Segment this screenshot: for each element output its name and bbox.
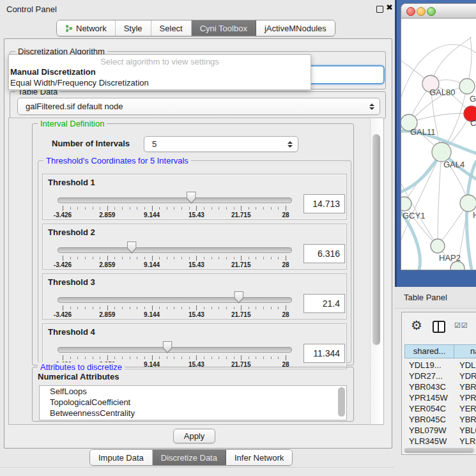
threshold-row-1: Threshold 1-3.4262.8599.14415.4321.71528… [42, 174, 347, 220]
list-item[interactable]: TopologicalCoefficient [40, 397, 346, 408]
top-tab-bar: NetworkStyleSelectCyni ToolboxjActiveMNo… [56, 20, 335, 36]
tick-label: 2.859 [99, 311, 115, 318]
table-row[interactable]: YDR27...YDR2 [404, 371, 476, 381]
settings-scrollbar[interactable] [370, 118, 383, 424]
dropdown-hint: Select algorithm to view settings [9, 55, 311, 66]
table-row[interactable]: YPR145WYPR1 [404, 392, 476, 403]
num-intervals-combo[interactable]: 5 [144, 136, 298, 152]
network-node[interactable] [401, 197, 411, 211]
tab-label: Style [124, 24, 142, 33]
tab-network[interactable]: Network [57, 20, 116, 36]
threshold-value-field[interactable]: 6.316 [303, 244, 345, 263]
scrollbar-thumb[interactable] [372, 134, 380, 345]
slider-handle[interactable] [234, 291, 243, 303]
tab-infer-network[interactable]: Infer Network [226, 450, 292, 465]
network-node[interactable] [431, 239, 445, 253]
table-panel: ⚙ ☑☑ shared... na YDL19...YDL1YDR27...YD… [401, 312, 476, 455]
stepper-arrows-icon [369, 104, 374, 110]
network-canvas[interactable]: GAL80GACGAL11GAL4GCY1HHAP2 [401, 18, 476, 270]
threshold-label: Threshold 4 [48, 327, 95, 337]
gear-icon[interactable]: ⚙ [411, 318, 422, 333]
group-title: Attributes to discretize [38, 362, 125, 372]
network-icon [65, 24, 73, 33]
minimize-traffic-light-icon[interactable] [417, 7, 426, 16]
network-node[interactable] [460, 195, 476, 211]
threshold-value-field[interactable]: 11.344 [303, 344, 345, 363]
checkbox-icons[interactable]: ☑☑ [454, 321, 468, 330]
network-node-label: H [473, 210, 476, 220]
close-icon[interactable]: ✖ [386, 3, 393, 12]
major-tick [241, 355, 242, 360]
table-data-combo[interactable]: galFiltered.sif default node [17, 98, 380, 115]
slider-major-ticks [63, 256, 286, 261]
threshold-label: Threshold 1 [48, 178, 95, 187]
network-edge [431, 37, 472, 84]
tab-select[interactable]: Select [151, 20, 192, 36]
slider-range [63, 341, 286, 354]
tab-cyni-toolbox[interactable]: Cyni Toolbox [192, 20, 256, 36]
list-item[interactable]: SelfLoops [40, 386, 346, 397]
threshold-label: Threshold 3 [48, 277, 95, 287]
interval-definition-group: Interval Definition Number of Intervals … [32, 123, 354, 365]
tab-impute-data[interactable]: Impute Data [90, 450, 153, 465]
tab-style[interactable]: Style [116, 20, 151, 36]
network-node-label: GAL11 [410, 127, 436, 137]
attr-items: SelfLoopsTopologicalCoefficientBetweenne… [40, 386, 346, 418]
slider-handle[interactable] [163, 341, 173, 353]
table-row[interactable]: YDL19...YDL1 [404, 360, 476, 371]
threshold-value-field[interactable]: 21.4 [303, 294, 345, 313]
close-traffic-light-icon[interactable] [406, 7, 415, 16]
tick-label: 15.43 [188, 261, 204, 268]
slider-handle[interactable] [187, 192, 196, 204]
column-header-shared[interactable]: shared... [404, 344, 454, 358]
scrollbar-thumb[interactable] [404, 448, 473, 453]
slider-handle[interactable] [127, 242, 137, 254]
tab-label: jActiveMNodules [265, 24, 326, 33]
table-rows: YDL19...YDL1YDR27...YDR2YBR043CYBR0YPR14… [404, 360, 476, 446]
tick-label: 15.43 [188, 211, 204, 219]
table-row[interactable]: YBR043CYBR0 [404, 381, 476, 392]
network-view-window[interactable]: GAL80GACGAL11GAL4GCY1HHAP2 [401, 3, 476, 270]
tab-label: Cyni Toolbox [200, 24, 247, 33]
threshold-rows: Threshold 1-3.4262.8599.14415.4321.71528… [38, 174, 351, 373]
major-tick [286, 206, 286, 211]
list-scrollbar[interactable] [338, 387, 345, 417]
threshold-value-field[interactable]: 14.713 [303, 194, 345, 213]
numerical-attributes-list[interactable]: SelfLoopsTopologicalCoefficientBetweenne… [39, 385, 347, 420]
table-row[interactable]: YLR345WYLR3 [404, 436, 476, 446]
cell-name: YER0 [455, 403, 476, 414]
network-edge [438, 152, 441, 246]
major-tick [107, 256, 108, 261]
table-row[interactable]: YER054CYER0 [404, 403, 476, 414]
table-row[interactable]: YBL079WYBL0 [404, 425, 476, 436]
network-node[interactable] [432, 142, 451, 162]
tick-label: 21.715 [231, 211, 251, 219]
cyni-toolbox-panel: Discretization Algorithm Select algorith… [4, 38, 392, 449]
table-row[interactable]: YBR045CYBR0 [404, 414, 476, 425]
network-node-label: C [470, 118, 476, 128]
dropdown-option-equal-width[interactable]: Equal Width/Frequency Discretization [9, 77, 311, 88]
slider-major-ticks [63, 305, 286, 311]
tab-discretize-data[interactable]: Discretize Data [153, 450, 226, 465]
cell-name: YDR2 [455, 371, 476, 381]
column-header-name[interactable]: na [454, 344, 476, 358]
dropdown-option-manual[interactable]: Manual Discretization [9, 66, 311, 77]
major-tick [286, 256, 286, 261]
split-view-icon[interactable] [433, 321, 445, 333]
major-tick [63, 256, 63, 261]
float-window-icon[interactable] [376, 6, 383, 13]
tick-label: 9.144 [144, 261, 160, 268]
major-tick [152, 305, 153, 311]
tick-label: 28 [282, 261, 289, 268]
table-horizontal-scrollbar[interactable] [404, 448, 475, 453]
apply-button[interactable]: Apply [173, 429, 215, 443]
slider-major-ticks [63, 206, 286, 211]
slider-tick-labels: -3.4262.8599.14415.4321.71528 [63, 261, 286, 269]
network-node[interactable] [459, 79, 475, 94]
tab-jactivemnodules[interactable]: jActiveMNodules [256, 20, 335, 36]
list-item[interactable]: BetweennessCentrality [40, 408, 346, 418]
settings-scroll-area: Interval Definition Number of Intervals … [8, 118, 384, 425]
network-window-titlebar[interactable] [401, 4, 476, 19]
cell-shared-name: YER054C [404, 403, 455, 414]
zoom-traffic-light-icon[interactable] [427, 7, 436, 16]
